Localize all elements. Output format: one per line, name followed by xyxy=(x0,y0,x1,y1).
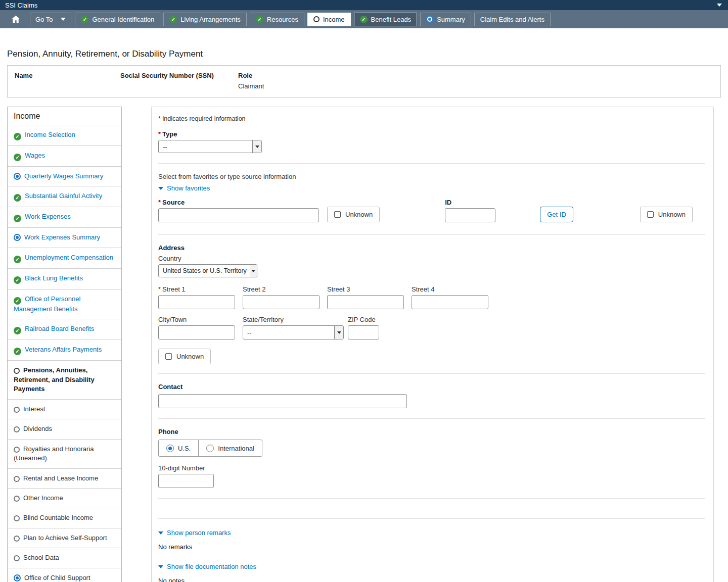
state-select[interactable]: -- xyxy=(243,325,344,340)
phone-international-radio[interactable]: International xyxy=(198,440,262,456)
show-file-notes-link[interactable]: Show file documentation notes xyxy=(158,563,256,570)
nav-tab-income[interactable]: Income xyxy=(307,13,351,26)
sidebar-item-label: Veterans Affairs Payments xyxy=(25,346,102,353)
address-unknown-checkbox[interactable]: Unknown xyxy=(158,349,211,364)
in-progress-icon xyxy=(14,234,21,241)
sidebar-item-label: Royalties and Honoraria (Unearned) xyxy=(14,445,94,462)
sidebar-item-work-expenses[interactable]: Work Expenses xyxy=(8,207,121,227)
circle-icon xyxy=(14,447,20,453)
street1-input[interactable] xyxy=(158,295,235,309)
sidebar-item-veterans-affairs-payments[interactable]: Veterans Affairs Payments xyxy=(8,340,121,360)
nav-tab-general-identification[interactable]: General Identification xyxy=(75,13,160,26)
goto-label: Go To xyxy=(35,16,53,23)
tab-label: Resources xyxy=(267,16,298,23)
sidebar-item-work-expenses-summary[interactable]: Work Expenses Summary xyxy=(8,227,121,247)
ssn-label: Social Security Number (SSN) xyxy=(120,72,238,79)
sidebar-item-rental-and-lease-income[interactable]: Rental and Lease Income xyxy=(8,468,121,488)
type-select[interactable]: -- xyxy=(158,140,262,153)
sidebar-item-label: Rental and Lease Income xyxy=(23,474,98,482)
phone-section-label: Phone xyxy=(158,428,705,435)
checkbox-icon[interactable] xyxy=(165,353,172,360)
sidebar-item-label: Other Income xyxy=(23,494,63,502)
street3-input[interactable] xyxy=(327,295,404,309)
city-label: City/Town xyxy=(158,316,235,323)
tab-label: Living Arrangements xyxy=(180,16,241,23)
address-section-label: Address xyxy=(158,244,705,252)
chevron-down-icon xyxy=(158,565,163,568)
income-sidebar: Income Income Selection Wages Quarterly … xyxy=(7,107,122,582)
sidebar-item-label: Work Expenses xyxy=(25,213,71,220)
street4-input[interactable] xyxy=(412,295,488,309)
id-unknown-checkbox[interactable]: Unknown xyxy=(640,207,693,222)
sidebar-list: Income Selection Wages Quarterly Wages S… xyxy=(8,125,121,582)
nav-tab-claim-edits-and-alerts[interactable]: Claim Edits and Alerts xyxy=(474,13,551,26)
sidebar-item-school-data[interactable]: School Data xyxy=(8,548,121,567)
check-circle-icon xyxy=(256,16,263,23)
select-caret-icon xyxy=(252,140,261,153)
nav-tab-benefit-leads[interactable]: Benefit Leads xyxy=(354,13,418,26)
app-title: SSI Claims xyxy=(5,2,37,9)
sidebar-item-quarterly-wages-summary[interactable]: Quarterly Wages Summary xyxy=(8,166,121,186)
tab-label: Income xyxy=(323,16,345,23)
select-caret-icon xyxy=(250,265,257,277)
sidebar-item-unemployment-compensation[interactable]: Unemployment Compensation xyxy=(8,248,121,268)
radio-icon[interactable] xyxy=(206,445,214,452)
street2-input[interactable] xyxy=(243,295,320,309)
sidebar-item-pensions-annuities-retirement-and-disability-payments[interactable]: Pensions, Annuities, Retirement, and Dis… xyxy=(8,360,121,399)
show-person-remarks-link[interactable]: Show person remarks xyxy=(158,529,231,537)
country-select[interactable]: United States or U.S. Territory xyxy=(158,264,257,277)
sidebar-item-other-income[interactable]: Other Income xyxy=(8,488,121,508)
check-circle-icon xyxy=(14,276,21,284)
id-input[interactable] xyxy=(445,208,495,222)
phone-number-label: 10-digit Number xyxy=(158,464,705,472)
no-notes-text: No notes xyxy=(158,577,705,582)
sidebar-item-dividends[interactable]: Dividends xyxy=(8,419,121,439)
show-favorites-link[interactable]: Show favorites xyxy=(158,184,210,192)
required-note: *Indicates required information xyxy=(158,115,705,122)
sidebar-item-blind-countable-income[interactable]: Blind Countable Income xyxy=(8,508,121,527)
radio-selected-icon[interactable] xyxy=(166,445,174,452)
sidebar-item-label: Wages xyxy=(25,152,45,159)
sidebar-item-office-of-child-support-enforcement-data[interactable]: Office of Child Support Enforcement Data xyxy=(8,568,121,582)
circle-icon xyxy=(14,536,20,542)
checkbox-icon[interactable] xyxy=(334,211,341,218)
zip-input[interactable] xyxy=(348,325,379,340)
sidebar-item-interest[interactable]: Interest xyxy=(8,399,121,419)
source-unknown-checkbox[interactable]: Unknown xyxy=(327,207,380,222)
country-label: Country xyxy=(158,255,705,262)
home-button[interactable] xyxy=(5,13,26,26)
sidebar-item-black-lung-benefits[interactable]: Black Lung Benefits xyxy=(8,268,121,289)
sidebar-item-income-selection[interactable]: Income Selection xyxy=(8,125,121,146)
sidebar-item-label: Railroad Board Benefits xyxy=(25,325,94,332)
check-circle-icon xyxy=(360,16,368,23)
nav-tab-resources[interactable]: Resources xyxy=(250,13,304,26)
get-id-button[interactable]: Get ID xyxy=(540,207,573,222)
street3-label: Street 3 xyxy=(327,285,404,293)
goto-button[interactable]: Go To xyxy=(30,13,71,26)
sidebar-item-wages[interactable]: Wages xyxy=(8,146,121,166)
nav-tab-summary[interactable]: Summary xyxy=(420,13,471,26)
sidebar-item-royalties-and-honoraria-unearned[interactable]: Royalties and Honoraria (Unearned) xyxy=(8,439,121,468)
chevron-down-icon xyxy=(61,18,66,21)
sidebar-item-railroad-board-benefits[interactable]: Railroad Board Benefits xyxy=(8,319,121,340)
phone-number-input[interactable] xyxy=(158,474,214,488)
name-label: Name xyxy=(15,72,120,79)
sidebar-item-office-of-personnel-management-benefits[interactable]: Office of Personnel Management Benefits xyxy=(8,289,121,319)
sidebar-item-substantial-gainful-activity[interactable]: Substantial Gainful Activity xyxy=(8,186,121,207)
checkbox-icon[interactable] xyxy=(647,211,654,218)
no-remarks-text: No remarks xyxy=(158,543,705,551)
favorites-hint: Select from favorites or type source inf… xyxy=(158,173,705,180)
in-progress-icon xyxy=(14,173,21,180)
source-input[interactable] xyxy=(158,208,319,222)
menu-caret-icon[interactable] xyxy=(717,4,722,7)
phone-us-radio[interactable]: U.S. xyxy=(159,440,198,456)
main-nav: Go To General Identification Living Arra… xyxy=(0,10,728,28)
check-circle-icon xyxy=(14,297,21,305)
street4-label: Street 4 xyxy=(412,285,488,293)
contact-input[interactable] xyxy=(158,394,407,408)
sidebar-item-label: Substantial Gainful Activity xyxy=(25,192,102,200)
city-input[interactable] xyxy=(158,325,235,340)
page-title: Pension, Annuity, Retirement, or Disabil… xyxy=(7,49,721,59)
nav-tab-living-arrangements[interactable]: Living Arrangements xyxy=(163,13,247,26)
sidebar-item-plan-to-achieve-self-support[interactable]: Plan to Achieve Self-Support xyxy=(8,528,121,548)
